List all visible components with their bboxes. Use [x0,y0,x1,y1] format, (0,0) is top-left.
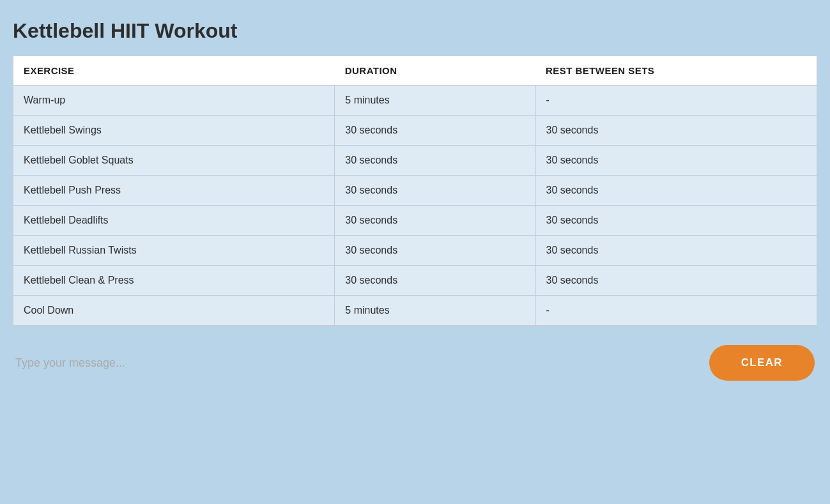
cell-duration: 30 seconds [335,116,535,146]
col-header-exercise: EXERCISE [13,56,335,86]
workout-table: EXERCISE DURATION REST BETWEEN SETS Warm… [13,56,817,325]
cell-duration: 30 seconds [335,146,535,176]
col-header-duration: DURATION [335,56,535,86]
table-row: Kettlebell Swings30 seconds30 seconds [13,116,817,146]
cell-exercise: Warm-up [13,86,335,116]
col-header-rest: REST BETWEEN SETS [535,56,817,86]
cell-exercise: Kettlebell Deadlifts [13,206,335,236]
clear-button[interactable]: CLEAR [709,345,815,381]
table-header-row: EXERCISE DURATION REST BETWEEN SETS [13,56,817,86]
cell-exercise: Cool Down [13,296,335,326]
cell-rest: - [535,86,817,116]
cell-duration: 5 minutes [335,296,535,326]
table-row: Kettlebell Push Press30 seconds30 second… [13,176,817,206]
table-row: Kettlebell Goblet Squats30 seconds30 sec… [13,146,817,176]
workout-table-wrapper: EXERCISE DURATION REST BETWEEN SETS Warm… [13,56,817,326]
cell-rest: 30 seconds [535,266,817,296]
main-container: Kettlebell HIIT Workout EXERCISE DURATIO… [13,19,817,381]
cell-rest: 30 seconds [535,236,817,266]
page-title: Kettlebell HIIT Workout [13,19,817,43]
table-row: Kettlebell Clean & Press30 seconds30 sec… [13,266,817,296]
cell-exercise: Kettlebell Push Press [13,176,335,206]
table-row: Warm-up5 minutes- [13,86,817,116]
table-row: Cool Down5 minutes- [13,296,817,326]
cell-rest: 30 seconds [535,116,817,146]
cell-rest: - [535,296,817,326]
cell-duration: 30 seconds [335,236,535,266]
cell-rest: 30 seconds [535,206,817,236]
bottom-bar: Type your message... CLEAR [13,345,817,381]
cell-duration: 30 seconds [335,206,535,236]
cell-rest: 30 seconds [535,176,817,206]
cell-exercise: Kettlebell Russian Twists [13,236,335,266]
cell-duration: 30 seconds [335,176,535,206]
table-row: Kettlebell Russian Twists30 seconds30 se… [13,236,817,266]
cell-duration: 5 minutes [335,86,535,116]
cell-exercise: Kettlebell Goblet Squats [13,146,335,176]
cell-duration: 30 seconds [335,266,535,296]
cell-exercise: Kettlebell Clean & Press [13,266,335,296]
cell-exercise: Kettlebell Swings [13,116,335,146]
message-input[interactable]: Type your message... [15,356,125,370]
cell-rest: 30 seconds [535,146,817,176]
table-row: Kettlebell Deadlifts30 seconds30 seconds [13,206,817,236]
